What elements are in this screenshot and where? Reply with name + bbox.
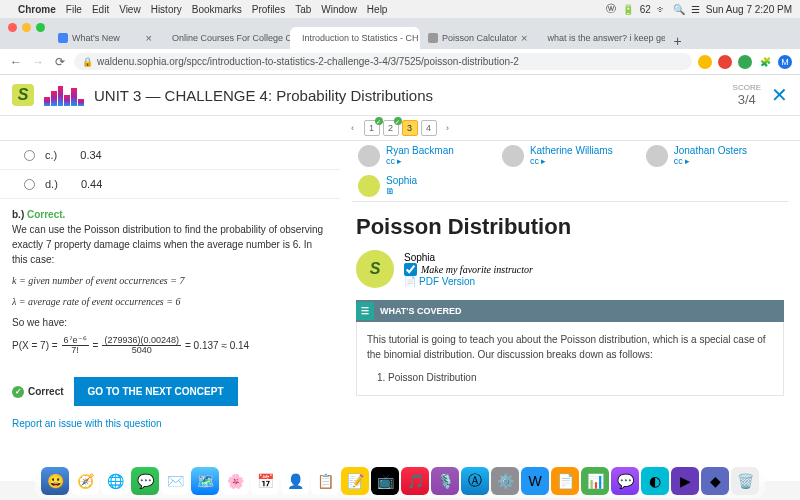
extension-icon[interactable] <box>718 55 732 69</box>
unit-title: UNIT 3 — CHALLENGE 4: Probability Distri… <box>94 87 433 104</box>
extensions-menu-icon[interactable]: 🧩 <box>758 55 772 69</box>
forward-button[interactable]: → <box>30 55 46 69</box>
menu-window[interactable]: Window <box>321 4 357 15</box>
mac-dock: 😀 🧭 🌐 💬 ✉️ 🗺️ 🌸 📅 👤 📋 📝 📺 🎵 🎙️ Ⓐ ⚙️ W 📄 … <box>35 464 765 498</box>
safari-icon[interactable]: 🧭 <box>71 467 99 495</box>
messenger-icon[interactable]: 💬 <box>611 467 639 495</box>
clock[interactable]: Sun Aug 7 2:20 PM <box>706 4 792 15</box>
challenge-icon <box>44 84 84 106</box>
close-challenge-button[interactable]: ✕ <box>771 83 788 107</box>
chrome-icon[interactable]: 🌐 <box>101 467 129 495</box>
page-header: UNIT 3 — CHALLENGE 4: Probability Distri… <box>0 75 800 116</box>
avatar <box>358 175 380 197</box>
whats-covered-header: ☰ WHAT'S COVERED <box>356 300 784 322</box>
profile-avatar[interactable]: M <box>778 55 792 69</box>
extension-icon[interactable] <box>738 55 752 69</box>
instructor-item[interactable]: Jonathan Osterscc▸ <box>640 141 784 171</box>
status-icon: ⓦ <box>606 2 616 16</box>
answer-option-c[interactable]: c.) 0.34 <box>0 141 340 170</box>
favorite-checkbox[interactable] <box>404 263 417 276</box>
back-button[interactable]: ← <box>8 55 24 69</box>
trash-icon[interactable]: 🗑️ <box>731 467 759 495</box>
minimize-window-button[interactable] <box>22 23 31 32</box>
close-icon[interactable]: × <box>521 32 527 44</box>
pdf-link[interactable]: 📄 PDF Version <box>404 276 533 287</box>
play-icon: ▸ <box>397 156 402 166</box>
url-text: waldenu.sophia.org/spcc/introduction-to-… <box>97 56 519 67</box>
app-name[interactable]: Chrome <box>18 4 56 15</box>
question-pager: ‹ 1✓ 2✓ 3 4 › <box>0 116 800 141</box>
menu-bookmarks[interactable]: Bookmarks <box>192 4 242 15</box>
next-concept-button[interactable]: GO TO THE NEXT CONCEPT <box>74 377 238 406</box>
maximize-window-button[interactable] <box>36 23 45 32</box>
control-center-icon[interactable]: ☰ <box>691 4 700 15</box>
menu-tab[interactable]: Tab <box>295 4 311 15</box>
battery-icon: 🔋 <box>622 4 634 15</box>
pager-item-3[interactable]: 3 <box>402 120 418 136</box>
pager-item-2[interactable]: 2✓ <box>383 120 399 136</box>
maps-icon[interactable]: 🗺️ <box>191 467 219 495</box>
tab-online-courses[interactable]: Online Courses For College Cr× <box>160 27 290 49</box>
extension-icon[interactable] <box>698 55 712 69</box>
menu-history[interactable]: History <box>151 4 182 15</box>
author-name: Sophia <box>404 252 533 263</box>
app-icon[interactable]: ◐ <box>641 467 669 495</box>
music-icon[interactable]: 🎵 <box>401 467 429 495</box>
check-icon: ✓ <box>12 386 24 398</box>
content-panel: Ryan Backmancc▸ Katherine Williamscc▸ Jo… <box>340 141 800 481</box>
photos-icon[interactable]: 🌸 <box>221 467 249 495</box>
tv-icon[interactable]: 📺 <box>371 467 399 495</box>
doc-icon: 🗎 <box>386 186 395 196</box>
menu-profiles[interactable]: Profiles <box>252 4 285 15</box>
reload-button[interactable]: ⟳ <box>52 55 68 69</box>
answer-option-d[interactable]: d.) 0.44 <box>0 170 340 199</box>
check-icon: ✓ <box>394 117 402 125</box>
messages-icon[interactable]: 💬 <box>131 467 159 495</box>
pager-prev-button[interactable]: ‹ <box>345 120 361 136</box>
appstore-icon[interactable]: Ⓐ <box>461 467 489 495</box>
tab-poisson-calc[interactable]: Poisson Calculator× <box>420 27 535 49</box>
menu-help[interactable]: Help <box>367 4 388 15</box>
close-window-button[interactable] <box>8 23 17 32</box>
app-icon[interactable]: ▶ <box>671 467 699 495</box>
word-icon[interactable]: W <box>521 467 549 495</box>
numbers-icon[interactable]: 📊 <box>581 467 609 495</box>
menu-view[interactable]: View <box>119 4 141 15</box>
report-issue-link[interactable]: Report an issue with this question <box>0 414 340 433</box>
close-icon[interactable]: × <box>146 32 152 44</box>
correct-badge: ✓ Correct <box>12 386 64 398</box>
search-icon[interactable]: 🔍 <box>673 4 685 15</box>
pages-icon[interactable]: 📄 <box>551 467 579 495</box>
pager-item-1[interactable]: 1✓ <box>364 120 380 136</box>
mail-icon[interactable]: ✉️ <box>161 467 189 495</box>
menu-file[interactable]: File <box>66 4 82 15</box>
tab-intro-stats[interactable]: Introduction to Statistics - CH× <box>290 27 420 49</box>
tutorial-intro: This tutorial is going to teach you abou… <box>356 322 784 396</box>
podcasts-icon[interactable]: 🎙️ <box>431 467 459 495</box>
reminders-icon[interactable]: 📋 <box>311 467 339 495</box>
instructor-item[interactable]: Katherine Williamscc▸ <box>496 141 640 171</box>
article-title: Poisson Distribution <box>356 214 784 240</box>
app-icon[interactable]: ◆ <box>701 467 729 495</box>
address-bar[interactable]: 🔒 waldenu.sophia.org/spcc/introduction-t… <box>74 53 692 70</box>
pager-item-4[interactable]: 4 <box>421 120 437 136</box>
pager-next-button[interactable]: › <box>440 120 456 136</box>
settings-icon[interactable]: ⚙️ <box>491 467 519 495</box>
menu-edit[interactable]: Edit <box>92 4 109 15</box>
finder-icon[interactable]: 😀 <box>41 467 69 495</box>
play-icon: ▸ <box>685 156 690 166</box>
sophia-logo-icon[interactable] <box>12 84 34 106</box>
explanation-text: b.) Correct. We can use the Poisson dist… <box>0 199 340 369</box>
cc-icon: cc <box>530 156 539 166</box>
new-tab-button[interactable]: + <box>665 33 689 49</box>
tab-whats-new[interactable]: What's New× <box>50 27 160 49</box>
notes-icon[interactable]: 📝 <box>341 467 369 495</box>
cc-icon: cc <box>674 156 683 166</box>
avatar <box>358 145 380 167</box>
instructor-item[interactable]: Ryan Backmancc▸ <box>352 141 496 171</box>
contacts-icon[interactable]: 👤 <box>281 467 309 495</box>
instructor-item[interactable]: Sophia🗎 <box>352 171 496 201</box>
calendar-icon[interactable]: 📅 <box>251 467 279 495</box>
tab-what-answer[interactable]: what is the answer? i keep ge× <box>535 27 665 49</box>
favorite-label: Make my favorite instructor <box>421 264 533 275</box>
